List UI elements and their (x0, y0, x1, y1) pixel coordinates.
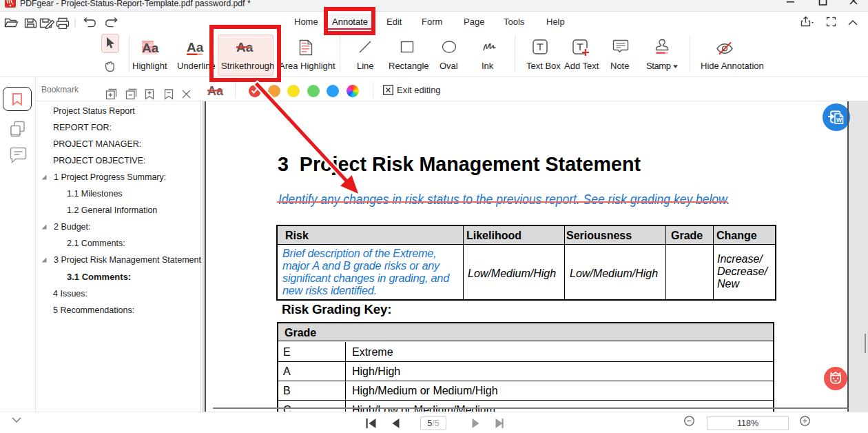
svg-text:W: W (836, 117, 843, 123)
svg-text:Aa: Aa (187, 40, 204, 54)
svg-text:Aa: Aa (142, 41, 159, 55)
